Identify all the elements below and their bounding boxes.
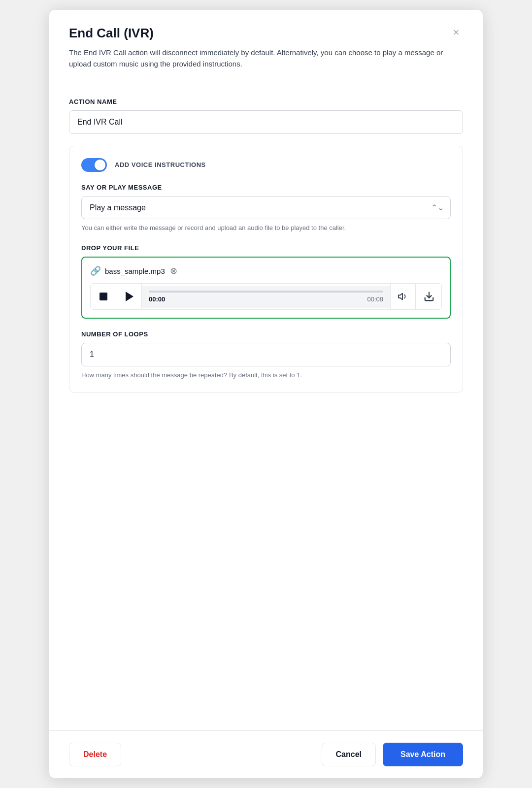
title-row: End Call (IVR) × [69, 26, 463, 41]
file-name-row: 🔗 bass_sample.mp3 ⊗ [90, 265, 442, 276]
progress-area[interactable]: 00:00 00:08 [142, 286, 390, 308]
file-name-text: bass_sample.mp3 [105, 267, 165, 275]
loops-label: NUMBER OF LOOPS [81, 330, 451, 338]
say-or-play-label: SAY OR PLAY MESSAGE [81, 184, 451, 191]
say-or-play-section: SAY OR PLAY MESSAGE Play a message Say a… [81, 184, 451, 233]
modal-description: The End IVR Call action will disconnect … [69, 47, 463, 70]
modal-title: End Call (IVR) [69, 26, 154, 41]
toggle-slider [81, 158, 107, 172]
audio-player: 00:00 00:08 [90, 283, 442, 310]
toggle-label: ADD VOICE INSTRUCTIONS [115, 161, 206, 168]
action-name-group: ACTION NAME [69, 98, 463, 134]
say-or-play-helper: You can either write the message or reco… [81, 223, 451, 233]
voice-instructions-toggle[interactable] [81, 158, 107, 172]
remove-file-icon[interactable]: ⊗ [170, 265, 177, 276]
time-row: 00:00 00:08 [149, 296, 383, 303]
drop-file-section: DROP YOUR FILE 🔗 bass_sample.mp3 ⊗ [81, 244, 451, 319]
save-action-button[interactable]: Save Action [383, 743, 463, 766]
paperclip-icon: 🔗 [90, 265, 101, 276]
toggle-row: ADD VOICE INSTRUCTIONS [81, 158, 451, 172]
drop-file-label: DROP YOUR FILE [81, 244, 451, 252]
delete-button[interactable]: Delete [69, 743, 121, 766]
volume-button[interactable] [390, 284, 416, 309]
say-or-play-wrapper: Play a message Say a message ⌃⌄ [81, 196, 451, 219]
play-button[interactable] [116, 284, 142, 309]
loops-input[interactable] [81, 343, 451, 366]
loops-helper: How many times should the message be rep… [81, 370, 451, 380]
end-call-ivr-modal: End Call (IVR) × The End IVR Call action… [49, 10, 483, 778]
progress-bar-track [149, 291, 383, 293]
drop-zone[interactable]: 🔗 bass_sample.mp3 ⊗ [81, 257, 451, 319]
loops-section: NUMBER OF LOOPS How many times should th… [81, 330, 451, 380]
modal-footer: Delete Cancel Save Action [49, 730, 483, 778]
svg-marker-0 [399, 294, 402, 300]
download-button[interactable] [416, 284, 441, 309]
download-icon [424, 291, 434, 302]
action-name-input[interactable] [69, 110, 463, 134]
time-current: 00:00 [149, 296, 165, 303]
close-icon[interactable]: × [449, 26, 463, 39]
modal-header: End Call (IVR) × The End IVR Call action… [49, 10, 483, 82]
volume-icon [398, 291, 408, 302]
time-total: 00:08 [367, 296, 383, 303]
footer-btn-group: Cancel Save Action [322, 743, 463, 766]
stop-icon [100, 293, 107, 300]
cancel-button[interactable]: Cancel [322, 743, 376, 766]
say-or-play-select[interactable]: Play a message Say a message [81, 196, 451, 219]
stop-button[interactable] [91, 284, 116, 309]
action-name-label: ACTION NAME [69, 98, 463, 105]
voice-instructions-section: ADD VOICE INSTRUCTIONS SAY OR PLAY MESSA… [69, 146, 463, 393]
modal-body: ACTION NAME ADD VOICE INSTRUCTIONS SAY O… [49, 82, 483, 569]
play-icon [126, 292, 133, 301]
